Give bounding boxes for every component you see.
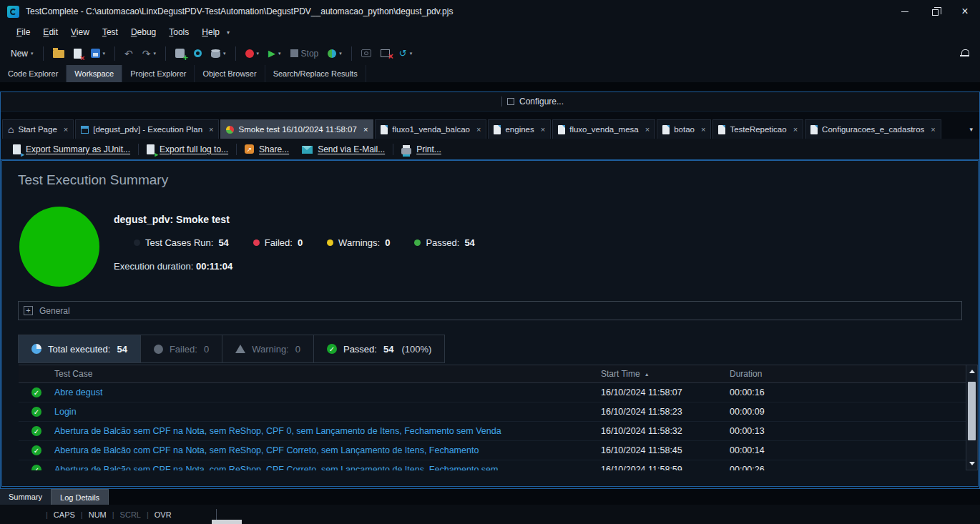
configure-button[interactable]: Configure... xyxy=(501,97,564,107)
filter-tab-passed[interactable]: ✓ Passed: 54 (100%) xyxy=(314,335,445,363)
table-row[interactable]: ✓ Login 16/10/2024 11:58:23 00:00:09 xyxy=(19,402,966,422)
close-tab-icon[interactable]: × xyxy=(541,125,545,134)
test-case-link[interactable]: Abre degust xyxy=(54,387,601,397)
notifications-button[interactable] xyxy=(956,46,973,61)
export-junit-icon: ▸ xyxy=(13,144,21,154)
vertical-scrollbar[interactable] xyxy=(966,365,978,470)
close-button[interactable]: × xyxy=(950,0,980,23)
menu-edit[interactable]: Edit xyxy=(36,24,64,40)
close-tab-icon[interactable]: × xyxy=(476,125,481,134)
doc-tab-botao[interactable]: botao × xyxy=(657,119,711,139)
filter-tab-failed[interactable]: Failed: 0 xyxy=(141,335,222,363)
doc-tab-engines[interactable]: engines × xyxy=(488,119,551,139)
panel-tab-code-explorer[interactable]: Code Explorer xyxy=(0,65,67,82)
doc-tab-configuracoes-e-cadastros[interactable]: Configuracoes_e_cadastros × xyxy=(805,119,941,139)
doc-tab-execution-plan[interactable]: [degust_pdv] - Execution Plan × xyxy=(75,119,219,139)
table-row[interactable]: ✓ Abertura de Balcão sem CPF na Nota, co… xyxy=(19,460,966,470)
send-email-button[interactable]: Send via E-Mail... xyxy=(295,144,391,154)
open-file-button[interactable] xyxy=(49,46,68,61)
close-tab-icon[interactable]: × xyxy=(209,125,213,134)
close-tab-icon[interactable]: × xyxy=(793,125,798,134)
panel-tab-search-replace-results[interactable]: Search/Replace Results xyxy=(265,65,366,82)
data-dropdown-icon[interactable]: ▾ xyxy=(223,51,226,56)
export-full-log-button[interactable]: ▸ Export full log to... xyxy=(140,144,235,154)
rerun-button[interactable]: ↺ ▾ xyxy=(396,46,416,61)
export-junit-button[interactable]: ▸ Export Summary as JUnit... xyxy=(6,144,137,154)
test-visualizer-button[interactable]: ▾ xyxy=(324,46,346,61)
rerun-dropdown-icon[interactable]: ▾ xyxy=(410,51,413,56)
table-row[interactable]: ✓ Abertura de Balcão sem CPF na Nota, se… xyxy=(19,422,966,441)
doc-tab-testerepeticao[interactable]: TesteRepeticao × xyxy=(712,119,803,139)
test-case-link[interactable]: Login xyxy=(54,407,601,417)
doc-tab-fluxo1-venda-balcao[interactable]: fluxo1_venda_balcao × xyxy=(375,119,486,139)
table-row[interactable]: ✓ Abre degust 16/10/2024 11:58:07 00:00:… xyxy=(19,383,966,402)
menu-tools[interactable]: Tools xyxy=(162,24,195,40)
scroll-up-button[interactable] xyxy=(966,365,977,377)
close-tab-icon[interactable]: × xyxy=(931,125,935,134)
redo-dropdown-icon[interactable]: ▾ xyxy=(154,51,157,56)
print-button[interactable]: Print... xyxy=(395,144,448,154)
menu-file[interactable]: File xyxy=(10,24,36,40)
save-dropdown-icon[interactable]: ▾ xyxy=(103,51,106,56)
table-row[interactable]: ✓ Abertura de Balcão com CPF na Nota, se… xyxy=(19,441,966,460)
menu-help[interactable]: Help xyxy=(195,24,226,40)
close-tab-icon[interactable]: × xyxy=(363,125,368,134)
close-tab-icon[interactable]: × xyxy=(645,125,650,134)
status-separator: | xyxy=(81,510,83,519)
record-dropdown-icon[interactable]: ▾ xyxy=(257,51,260,56)
add-project-item-button[interactable] xyxy=(172,46,188,61)
delete-item-button[interactable] xyxy=(377,46,393,60)
header-duration[interactable]: Duration xyxy=(730,369,966,379)
bottom-tab-log-details[interactable]: Log Details xyxy=(51,489,109,505)
scrollbar-thumb[interactable] xyxy=(968,382,976,440)
run-dropdown-icon[interactable]: ▾ xyxy=(278,51,281,56)
panel-tab-object-browser[interactable]: Object Browser xyxy=(195,65,265,82)
share-button[interactable]: Share... xyxy=(238,144,295,154)
undo-button[interactable]: ↶ xyxy=(121,46,137,61)
redo-button[interactable]: ↷▾ xyxy=(139,46,160,61)
test-case-link[interactable]: Abertura de Balcão com CPF na Nota, sem … xyxy=(54,445,601,455)
test-case-link[interactable]: Abertura de Balcão sem CPF na Nota, com … xyxy=(54,465,601,470)
minimize-button[interactable] xyxy=(890,0,920,23)
email-icon xyxy=(302,146,313,154)
redo-icon: ↷ xyxy=(142,49,151,59)
row-passed-icon: ✓ xyxy=(31,407,41,417)
run-test-button[interactable]: ▶ ▾ xyxy=(265,46,285,61)
new-button[interactable]: New ▾ xyxy=(7,46,37,61)
menu-overflow-icon[interactable]: ▾ xyxy=(227,29,230,36)
general-section-header[interactable]: General xyxy=(18,301,962,320)
doc-tab-smoke-test[interactable]: Smoke test 16/10/2024 11:58:07 × xyxy=(220,119,373,139)
status-scrl: SCRL xyxy=(120,510,141,519)
new-dropdown-icon[interactable]: ▾ xyxy=(31,51,34,56)
menu-debug[interactable]: Debug xyxy=(124,24,162,40)
save-all-button[interactable]: ▾ xyxy=(87,46,109,61)
region-capture-button[interactable] xyxy=(358,46,375,60)
header-test-case[interactable]: Test Case xyxy=(54,369,601,379)
header-start-time[interactable]: Start Time ▲ xyxy=(601,369,730,379)
tab-overflow-icon[interactable]: ▾ xyxy=(963,126,979,133)
menu-view[interactable]: View xyxy=(64,24,96,40)
expand-icon[interactable] xyxy=(24,306,33,315)
restore-button[interactable] xyxy=(920,0,950,23)
status-caps: CAPS xyxy=(54,510,75,519)
stop-button[interactable]: Stop xyxy=(287,46,323,61)
filter-tab-total[interactable]: Total executed: 54 xyxy=(18,335,141,363)
close-tab-icon[interactable]: × xyxy=(701,125,705,134)
menu-test[interactable]: Test xyxy=(96,24,124,40)
visualizer-dropdown-icon[interactable]: ▾ xyxy=(339,51,342,56)
bottom-tab-summary[interactable]: Summary xyxy=(0,489,51,505)
test-case-link[interactable]: Abertura de Balcão sem CPF na Nota, sem … xyxy=(54,426,601,436)
panel-tab-workspace[interactable]: Workspace xyxy=(67,65,122,82)
close-file-button[interactable]: × xyxy=(70,46,85,61)
close-tab-icon[interactable]: × xyxy=(64,125,68,134)
add-item-icon xyxy=(175,49,185,58)
scroll-down-button[interactable] xyxy=(966,458,977,470)
panel-tab-project-explorer[interactable]: Project Explorer xyxy=(122,65,195,82)
data-generator-button[interactable]: ▾ xyxy=(207,46,230,61)
record-button[interactable]: ▾ xyxy=(242,46,263,61)
checkpoint-button[interactable] xyxy=(190,46,205,60)
doc-tab-fluxo-venda-mesa[interactable]: fluxo_venda_mesa × xyxy=(552,119,655,139)
doc-tab-start-page[interactable]: ⌂ Start Page × xyxy=(2,119,74,139)
filter-tab-warning[interactable]: Warning: 0 xyxy=(222,335,314,363)
duration-cell: 00:00:26 xyxy=(730,465,966,470)
